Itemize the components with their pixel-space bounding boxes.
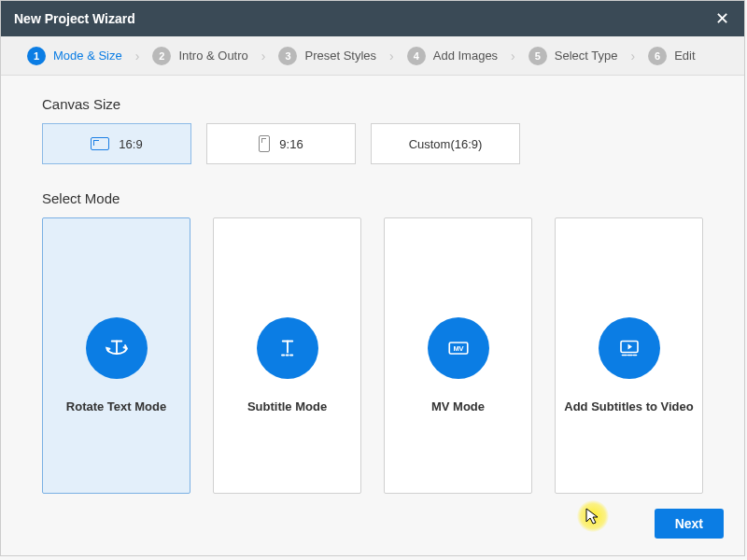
step-select-type[interactable]: 5 Select Type xyxy=(529,47,618,65)
step-number: 2 xyxy=(152,47,171,65)
chevron-right-icon: › xyxy=(261,49,266,63)
mode-mv[interactable]: MV MV Mode xyxy=(384,217,532,494)
wizard-footer: Next xyxy=(655,509,724,539)
mode-subtitle[interactable]: Subtitle Mode xyxy=(213,217,361,494)
mode-card-label: MV Mode xyxy=(426,399,490,413)
step-add-images[interactable]: 4 Add Images xyxy=(407,47,498,65)
canvas-option-label: Custom(16:9) xyxy=(409,137,483,151)
chevron-right-icon: › xyxy=(511,49,515,63)
canvas-size-title: Canvas Size xyxy=(42,96,703,112)
canvas-option-label: 9:16 xyxy=(279,137,303,151)
wizard-window: New Project Wizard ✕ 1 Mode & Size › 2 I… xyxy=(0,0,745,556)
step-label: Preset Styles xyxy=(304,49,376,63)
step-number: 5 xyxy=(529,47,547,65)
titlebar: New Project Wizard ✕ xyxy=(1,1,744,36)
canvas-option-label: 16:9 xyxy=(119,137,142,151)
step-preset-styles[interactable]: 3 Preset Styles xyxy=(278,47,376,65)
chevron-right-icon: › xyxy=(135,49,140,63)
next-button[interactable]: Next xyxy=(655,509,724,539)
step-label: Add Images xyxy=(433,49,498,63)
mode-card-label: Add Subtitles to Video xyxy=(558,399,698,413)
step-edit[interactable]: 6 Edit xyxy=(648,47,695,65)
rotate-text-icon xyxy=(86,317,148,379)
canvas-option-16-9[interactable]: 16:9 xyxy=(42,123,191,164)
step-number: 6 xyxy=(648,47,667,65)
step-mode-size[interactable]: 1 Mode & Size xyxy=(27,47,122,65)
chevron-right-icon: › xyxy=(389,49,394,63)
canvas-option-9-16[interactable]: 9:16 xyxy=(206,123,356,164)
mode-cards: Rotate Text Mode Subtitle Mode xyxy=(42,217,703,494)
canvas-size-options: 16:9 9:16 Custom(16:9) xyxy=(42,123,703,164)
window-title: New Project Wizard xyxy=(14,11,135,26)
mode-rotate-text[interactable]: Rotate Text Mode xyxy=(42,217,190,494)
step-number: 4 xyxy=(407,47,426,65)
video-subtitles-icon xyxy=(599,317,660,379)
step-label: Mode & Size xyxy=(53,49,122,63)
canvas-option-custom[interactable]: Custom(16:9) xyxy=(371,123,520,164)
step-label: Intro & Outro xyxy=(178,49,247,63)
subtitle-icon xyxy=(257,317,318,379)
step-number: 1 xyxy=(27,47,46,65)
landscape-ratio-icon xyxy=(91,137,109,150)
svg-text:MV: MV xyxy=(453,344,463,353)
step-label: Edit xyxy=(674,49,695,63)
chevron-right-icon: › xyxy=(630,49,635,63)
step-number: 3 xyxy=(278,47,297,65)
step-intro-outro[interactable]: 2 Intro & Outro xyxy=(152,47,247,65)
mv-icon: MV xyxy=(428,317,489,379)
close-icon[interactable]: ✕ xyxy=(712,8,731,29)
wizard-content: Canvas Size 16:9 9:16 Custom(16:9) Selec… xyxy=(1,76,744,494)
mode-add-subtitles-video[interactable]: Add Subtitles to Video xyxy=(555,217,703,494)
step-bar: 1 Mode & Size › 2 Intro & Outro › 3 Pres… xyxy=(1,36,744,76)
step-label: Select Type xyxy=(555,49,618,63)
portrait-ratio-icon xyxy=(259,135,270,152)
mode-card-label: Rotate Text Mode xyxy=(61,399,172,413)
mode-card-label: Subtitle Mode xyxy=(242,399,332,413)
select-mode-title: Select Mode xyxy=(42,190,703,206)
